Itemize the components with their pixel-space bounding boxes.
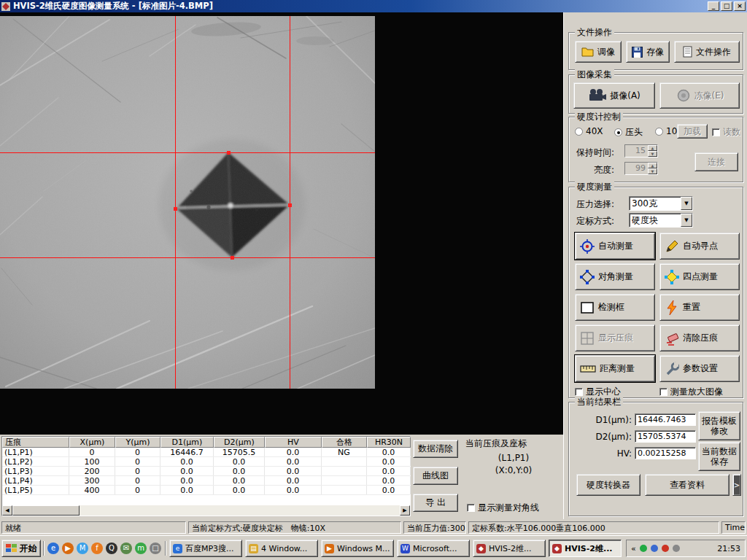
auto-measure-button[interactable]: 自动测量 [575, 233, 655, 260]
antivirus-tray-icon[interactable] [640, 545, 647, 552]
windows-logo-icon [6, 543, 18, 553]
scrollbar-track[interactable] [80, 505, 400, 516]
volume-icon[interactable] [673, 545, 680, 552]
microscope-image-area[interactable] [0, 12, 563, 435]
live-video-button[interactable]: 摄像(A) [573, 82, 655, 109]
show-desktop-icon[interactable]: □ [150, 542, 161, 554]
network-tray-icon[interactable] [651, 545, 658, 552]
messenger-icon[interactable]: m [135, 542, 147, 554]
column-header-indent[interactable]: 压痕 [2, 437, 69, 448]
column-header-pass[interactable]: 合格 [322, 437, 367, 448]
control-panel: 文件操作 调像 存像 文件操作 图像采集 摄像(A) 冻像(E) [563, 12, 747, 535]
table-row[interactable]: (L1,P3) 200 0 0.0 0.0 0.0 0.0 [2, 467, 410, 476]
column-header-d1[interactable]: D1(μm) [160, 437, 214, 448]
curve-graph-button[interactable]: 曲线图 [413, 467, 458, 485]
more-button[interactable]: > [732, 474, 741, 496]
column-header-y[interactable]: Y(μm) [115, 437, 160, 448]
firefox-icon[interactable]: f [91, 542, 103, 554]
four-point-measure-button[interactable]: 四点测量 [659, 263, 740, 290]
task-button-windows-group[interactable]: ▤4 Window... [245, 540, 318, 557]
qq-icon[interactable]: Q [106, 542, 117, 554]
brightness-up-arrow-icon[interactable]: ▲ [648, 163, 657, 168]
title-bar: HVIS-2维氏硬度图像测量系统 - [标准图片-4.BMP] _ □ × [0, 0, 747, 12]
brightness-down-arrow-icon[interactable]: ▼ [648, 168, 657, 174]
scrollbar-thumb[interactable] [12, 505, 80, 516]
table-row[interactable]: (L1,P5) 400 0 0.0 0.0 0.0 0.0 [2, 486, 410, 495]
column-header-x[interactable]: X(μm) [69, 437, 115, 448]
table-horizontal-scrollbar[interactable]: ◀ ▶ [2, 505, 410, 516]
hold-down-arrow-icon[interactable]: ▼ [648, 151, 657, 157]
hardness-converter-button[interactable]: 硬度转换器 [576, 474, 640, 496]
update-tray-icon[interactable] [662, 545, 669, 552]
file-operations-button[interactable]: 文件操作 [674, 41, 740, 63]
minimize-button[interactable]: _ [708, 1, 719, 11]
force-select-combo[interactable]: 300克 ▼ [629, 196, 693, 211]
close-button[interactable]: × [734, 1, 746, 11]
column-header-d2[interactable]: D2(μm) [214, 437, 265, 448]
mail-icon[interactable]: ✉ [120, 542, 132, 554]
export-button[interactable]: 导 出 [413, 494, 458, 512]
view-docs-button[interactable]: 查看资料 [645, 474, 729, 496]
freeze-image-button[interactable]: 冻像(E) [659, 82, 740, 109]
save-image-button[interactable]: 存像 [626, 41, 670, 63]
clock[interactable]: 21:53 [717, 544, 740, 553]
save-data-button[interactable]: 当前数据 保存 [698, 442, 740, 471]
task-button-microsoft[interactable]: WMicrosoft... [397, 540, 470, 557]
hold-time-spinner[interactable]: 15 ▲▼ [624, 144, 658, 158]
clear-indent-button[interactable]: 清除压痕 [659, 324, 740, 351]
table-row[interactable]: (L1,P1) 0 0 16446.7 15705.5 0.0 NG 0.0 [2, 448, 410, 457]
read-checkbox[interactable]: 读数 [712, 126, 740, 139]
open-image-icon [581, 47, 595, 58]
task-button-hvis-2[interactable]: ◆HVIS-2维... [549, 540, 622, 557]
measure-zoom-checkbox[interactable]: 测量放大图像 [659, 386, 723, 398]
calib-mode-combo[interactable]: 硬度块 ▼ [629, 213, 693, 228]
d2-value-field[interactable]: 15705.5374 [635, 430, 696, 443]
ie-icon[interactable]: e [47, 542, 59, 554]
column-header-hr30n[interactable]: HR30N [367, 437, 411, 448]
calib-combo-arrow-icon[interactable]: ▼ [681, 214, 692, 227]
auto-find-button[interactable]: 自动寻点 [659, 233, 740, 260]
table-row[interactable]: (L1,P4) 300 0 0.0 0.0 0.0 0.0 [2, 476, 410, 486]
maximize-button[interactable]: □ [721, 1, 732, 11]
clear-data-button[interactable]: 数据清除 [413, 440, 458, 458]
table-row[interactable]: (L1,P2) 100 0 0.0 0.0 0.0 0.0 [2, 457, 410, 467]
current-indent-id: (L1,P1) [465, 453, 562, 463]
scroll-left-icon[interactable]: ◀ [2, 505, 12, 516]
radio-40x[interactable]: 40X [575, 126, 603, 136]
connect-button[interactable]: 连接 [694, 152, 738, 171]
diagonal-measure-button[interactable]: 对角测量 [575, 263, 655, 290]
load-button[interactable]: 加载 [677, 124, 708, 139]
adjust-image-button[interactable]: 调像 [575, 41, 622, 63]
radio-indenter[interactable]: 压头 [614, 126, 643, 139]
media-player-icon[interactable]: ▶ [62, 542, 74, 554]
brightness-spinner[interactable]: 99 ▲▼ [624, 162, 658, 175]
save-image-icon [632, 47, 643, 58]
tester-control-group-title: 硬度计控制 [575, 112, 623, 122]
tray-chevron-icon[interactable]: « [631, 544, 636, 553]
column-header-hv[interactable]: HV [265, 437, 322, 448]
task-button-media-player[interactable]: ▶Windows M... [321, 540, 394, 557]
show-diagonal-checkbox[interactable]: 显示测量对角线 [467, 502, 539, 514]
msn-icon[interactable]: M [77, 542, 88, 554]
freeze-icon [676, 88, 692, 103]
detect-frame-button[interactable]: 检测框 [575, 294, 655, 321]
start-button[interactable]: 开始 [1, 540, 41, 557]
report-template-button[interactable]: 报告模板 修改 [698, 411, 740, 440]
d1-value-field[interactable]: 16446.7463 [635, 413, 696, 426]
indentation-image[interactable] [0, 16, 375, 389]
parameter-settings-button[interactable]: 参数设置 [659, 355, 740, 382]
task-button-hvis-1[interactable]: ◆HVIS-2维... [473, 540, 546, 557]
hold-up-arrow-icon[interactable]: ▲ [648, 145, 657, 151]
show-indent-button[interactable]: 显示压痕 [575, 324, 655, 351]
auto-find-icon [665, 239, 679, 254]
scroll-right-icon[interactable]: ▶ [400, 505, 410, 516]
force-combo-arrow-icon[interactable]: ▼ [681, 197, 692, 210]
reset-icon [665, 300, 679, 315]
force-select-label: 压力选择: [576, 198, 614, 211]
reset-button[interactable]: 重置 [659, 294, 740, 321]
distance-measure-button[interactable]: 距离测量 [575, 355, 655, 382]
show-diagonal-checkbox-box [467, 504, 475, 512]
auto-measure-icon [580, 239, 595, 254]
hv-value-field[interactable]: 0.00215258 [635, 447, 696, 459]
task-button-baidu[interactable]: e百度MP3搜... [169, 540, 242, 557]
